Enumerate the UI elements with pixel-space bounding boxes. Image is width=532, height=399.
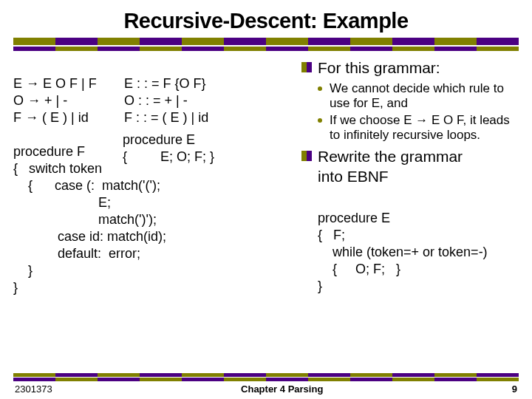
slide-title: Recursive-Descent: Example — [0, 0, 532, 38]
proc-line: while (token=+ or token=-) — [318, 245, 488, 259]
proc-line: } — [318, 279, 322, 293]
title-underline-1 — [13, 38, 519, 45]
grammar-line: E → E O F | F — [13, 76, 97, 91]
bullet-text: For this grammar: — [318, 58, 440, 78]
proc-f-line: } — [13, 280, 18, 295]
ebnf-line: E : : = F {O F} — [124, 76, 206, 91]
sub-bullet-text: We cannot decide which rule to use for E… — [330, 81, 519, 112]
sub-bullet-text: If we choose E → E O F, it leads to infi… — [330, 113, 519, 143]
bullet-text: Rewrite the grammarinto EBNF — [318, 147, 463, 187]
sub-bullet-list: We cannot decide which rule to use for E… — [318, 81, 519, 143]
proc-f-line: { switch token — [13, 161, 102, 176]
footer-page-number: 9 — [512, 383, 517, 395]
proc-e-line: { E; O; F; } — [123, 149, 214, 164]
grammar-line: O → + | - — [13, 93, 67, 108]
proc-line: { O; F; } — [318, 262, 400, 276]
proc-f-line: default: error; — [13, 246, 140, 261]
diamond-bullet-icon — [301, 151, 312, 161]
footer-decoration — [13, 372, 519, 381]
ebnf-line: O : : = + | - — [124, 93, 188, 108]
title-underline-2 — [13, 47, 519, 51]
proc-f-line: case id: match(id); — [13, 229, 166, 244]
procedure-e-short: procedure E { E; O; F; } — [123, 115, 214, 166]
bullet-rewrite: Rewrite the grammarinto EBNF — [301, 147, 519, 187]
content-area: E → E O F | F O → + | - F → ( E ) | id E… — [0, 52, 532, 296]
sub-bullet-item: If we choose E → E O F, it leads to infi… — [318, 113, 519, 143]
diamond-bullet-icon — [301, 62, 312, 72]
proc-line: { F; — [318, 228, 345, 242]
dot-bullet-icon — [318, 86, 322, 91]
proc-f-line: match(')'); — [13, 212, 157, 227]
right-column: For this grammar: We cannot decide which… — [301, 58, 519, 296]
proc-f-line: E; — [13, 195, 111, 210]
grammar-line: F → ( E ) | id — [13, 110, 89, 125]
dot-bullet-icon — [318, 118, 322, 123]
proc-f-line: { case (: match('('); — [13, 178, 160, 193]
procedure-e-ebnf: procedure E { F; while (token=+ or token… — [318, 193, 519, 295]
bullet-for-this-grammar: For this grammar: — [301, 58, 519, 78]
left-column: E → E O F | F O → + | - F → ( E ) | id E… — [13, 58, 301, 296]
footer-chapter: Chapter 4 Parsing — [241, 383, 323, 395]
sub-bullet-item: We cannot decide which rule to use for E… — [318, 81, 519, 112]
proc-e-line: procedure E — [123, 132, 195, 147]
footer-course-code: 2301373 — [15, 383, 52, 395]
proc-f-line: procedure F — [13, 144, 85, 159]
proc-line: procedure E — [318, 211, 390, 225]
proc-f-line: } — [13, 263, 33, 278]
slide-footer: 2301373 Chapter 4 Parsing 9 — [0, 383, 532, 395]
